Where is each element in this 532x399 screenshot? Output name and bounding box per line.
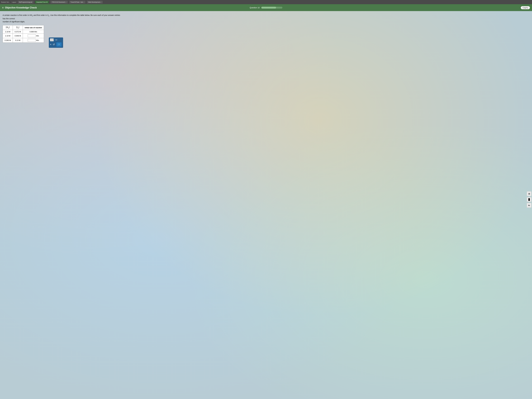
col-header-h2: [H2] (3, 25, 13, 30)
question-text-part4: number of significant digits. (3, 21, 25, 23)
question-text-part2: and first order in I (33, 14, 48, 16)
row2-h2: 2.19 M (3, 34, 13, 38)
itec-tab[interactable]: ITEC2110:Summer2... (51, 1, 68, 3)
main-content: A certain reaction is first order in HH2… (0, 11, 532, 45)
ciapha-button[interactable]: Ciapha (521, 6, 530, 9)
col-header-rate: initial rate of reaction (23, 25, 44, 30)
page-title: Objective Knowledge Check (5, 6, 37, 9)
col-header-i2: [I2] (13, 25, 23, 30)
row1-h2: 2.19 M (3, 30, 13, 34)
progress-bar-container (261, 7, 282, 9)
row3-h2: 0.260 M (3, 38, 13, 43)
math-toolbar-bottom: × ↺ (50, 42, 62, 47)
superscript-button[interactable]: □□ (50, 38, 54, 41)
question-text: A certain reaction is first order in HH2… (3, 14, 121, 23)
row2-rate-unit: M/s (36, 35, 39, 37)
row3-rate-unit: M/s (36, 39, 39, 41)
logout-tab[interactable]: Logout (12, 1, 16, 3)
table-row: 0.260 M 3.13 M M/s (3, 38, 44, 43)
math-close-button[interactable]: × (50, 43, 51, 46)
row1-i2: 0.372 M (13, 30, 23, 34)
bar-chart-icon: ▐▌ (528, 198, 531, 201)
row2-i2: 0.948 M (13, 34, 23, 38)
row3-rate-cell: M/s (23, 38, 44, 43)
imported-from-ie-tab[interactable]: Imported From IE (35, 1, 49, 3)
right-sidebar: ⊞ ▐▌ Ar (526, 190, 532, 209)
browser-tab-bar: Student Veri... Logout MyProgrammingLab … (0, 0, 532, 4)
row2-rate-cell: M/s (23, 34, 44, 38)
question-text-part1: A certain reaction is first order in H (3, 14, 31, 16)
row3-i2: 3.13 M (13, 38, 23, 43)
tunestotube-tab[interactable]: TunesToTube - Upl... (69, 1, 85, 3)
table-row: 2.19 M 0.372 M 0.689 M/s (3, 30, 44, 34)
row2-rate-input[interactable] (28, 34, 36, 37)
app-header: ≡ Objective Knowledge Check Question 10 … (0, 4, 532, 11)
math-toolbar-top: □□ ×10 (50, 38, 62, 41)
grid-icon: ⊞ (528, 192, 530, 195)
background-canvas (0, 0, 532, 399)
reaction-table: [H2] [I2] initial rate of reaction 2.19 … (3, 25, 44, 43)
header-right: Ciapha (521, 6, 530, 9)
grid-icon-button[interactable]: ⊞ (527, 191, 532, 196)
bar-chart-icon-button[interactable]: ▐▌ (527, 197, 532, 202)
header-center: Question 10 (250, 6, 282, 9)
math-toolbar: □□ ×10 × ↺ (49, 38, 63, 48)
x10-label: ×10 (55, 39, 57, 41)
menu-icon[interactable]: ≡ (2, 6, 4, 9)
confirm-button[interactable] (56, 42, 62, 47)
atom-icon: Ar (528, 204, 530, 206)
student-ver-tab[interactable]: Student Veri... (1, 1, 10, 3)
question-label: Question 10 (250, 6, 260, 9)
myprogramminglab-tab[interactable]: MyProgrammingLab (18, 1, 33, 3)
atom-icon-button[interactable]: Ar (527, 203, 532, 208)
web-development-tab[interactable]: Web Development... (87, 1, 103, 3)
table-row: 2.19 M 0.948 M M/s (3, 34, 44, 38)
row1-rate: 0.689 M/s (23, 30, 44, 34)
undo-button[interactable]: ↺ (53, 43, 55, 46)
row3-rate-input[interactable] (28, 39, 36, 42)
progress-bar-fill (261, 7, 276, 9)
